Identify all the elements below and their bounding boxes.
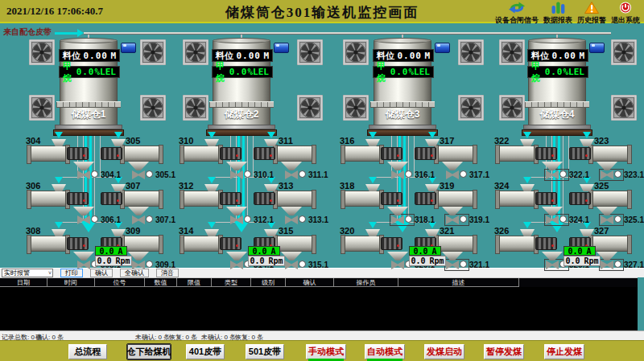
silo-name: 储煤仓1 <box>60 108 117 121</box>
alarm-column-header: 类型 <box>212 278 251 287</box>
mute-button[interactable]: 消音 <box>156 269 179 277</box>
feeder-motor <box>381 147 402 160</box>
screw-feeder[interactable] <box>275 191 315 207</box>
current-value: 0.0 <box>252 247 266 256</box>
current-unit: A <box>271 247 276 256</box>
alarm-filter-dropdown[interactable]: 实时报警 ˅ <box>2 269 53 277</box>
valve-indicator <box>244 170 251 178</box>
discharge-valve[interactable] <box>285 215 298 224</box>
screw-feeder[interactable] <box>275 236 315 252</box>
rpm-meter: 0.0Rpm <box>564 256 601 266</box>
screw-feeder[interactable] <box>590 191 630 207</box>
feeder-motor <box>415 147 436 160</box>
screw-feeder[interactable] <box>342 191 382 207</box>
nav-button-6[interactable]: 发煤启动 <box>424 344 464 359</box>
nav-button-1[interactable]: 仓下给煤机 <box>127 344 171 359</box>
discharge-valve[interactable] <box>285 170 298 179</box>
nav-button-8[interactable]: 停止发煤 <box>544 344 584 359</box>
discharge-valve[interactable] <box>230 170 243 179</box>
screw-feeder[interactable] <box>436 191 476 207</box>
feeder-number: 323 <box>594 136 609 146</box>
discharge-valve[interactable] <box>132 170 145 179</box>
screw-feeder[interactable] <box>436 146 476 162</box>
hmi-screen: 2021/12/16 17:06:40.7 储煤筒仓301输送机监控画面 设备合… <box>0 0 644 361</box>
exhaust-fan-icon <box>611 95 637 121</box>
alarm-table[interactable]: 日期时间位号数值限值类型级别确认操作员描述 <box>0 277 638 330</box>
header-button-3[interactable]: 退出系统 <box>611 1 640 26</box>
silo-flange-ring <box>525 101 589 108</box>
feeder-number: 312 <box>179 181 193 191</box>
feeder-number: 319 <box>440 181 454 191</box>
power-icon <box>619 1 632 14</box>
discharge-valve[interactable] <box>77 170 90 179</box>
valve-indicator <box>460 215 467 223</box>
discharge-valve[interactable] <box>132 215 145 224</box>
screw-feeder[interactable] <box>122 236 162 252</box>
valve-indicator <box>299 260 306 268</box>
discharge-funnel <box>281 162 302 170</box>
screw-feeder[interactable] <box>590 236 630 252</box>
feeder-motor <box>415 192 436 205</box>
silo-top-motor-icon <box>435 43 450 53</box>
methane-label: 甲烷 <box>63 60 76 84</box>
valve-indicator <box>146 215 153 223</box>
exhaust-fan-icon <box>297 95 323 121</box>
screw-feeder[interactable] <box>342 236 382 252</box>
feeder-number: 306 <box>26 181 40 191</box>
nav-button-2[interactable]: 401皮带 <box>186 344 225 359</box>
valve-label: 310.1 <box>254 170 274 179</box>
screw-feeder[interactable] <box>275 146 315 162</box>
distribution-belt <box>84 32 611 35</box>
screw-feeder[interactable] <box>590 146 630 162</box>
current-unit: A <box>587 247 592 256</box>
feeder-number: 322 <box>494 136 509 146</box>
nav-button-0[interactable]: 总流程 <box>68 344 107 359</box>
screw-feeder[interactable] <box>28 146 68 162</box>
methane-unit: %LEL <box>95 67 117 77</box>
discharge-valve[interactable] <box>446 170 459 179</box>
nav-button-5[interactable]: 自动模式 <box>365 344 405 359</box>
screw-feeder[interactable] <box>181 236 221 252</box>
discharge-funnel <box>128 207 149 215</box>
nav-button-3[interactable]: 501皮带 <box>246 344 284 359</box>
screw-feeder[interactable] <box>122 191 162 207</box>
screw-feeder[interactable] <box>28 236 68 252</box>
header-buttons: 设备合闸信号数据报表历史报警退出系统 <box>493 1 642 26</box>
print-button[interactable]: 打印 <box>60 269 83 277</box>
methane-value: 0.0 <box>545 67 564 77</box>
header-button-0[interactable]: 设备合闸信号 <box>495 1 539 26</box>
header-button-1[interactable]: 数据报表 <box>543 1 572 26</box>
silo-name: 储煤仓2 <box>213 108 270 121</box>
silo-top-ellipse <box>60 38 118 43</box>
exhaust-fan-icon <box>297 39 323 65</box>
discharge-manifold <box>206 129 277 136</box>
screw-feeder[interactable] <box>436 236 476 252</box>
discharge-funnel <box>387 252 408 260</box>
feeder-number: 311 <box>279 136 293 146</box>
ack-all-button[interactable]: 全确认 <box>120 269 149 277</box>
screw-feeder[interactable] <box>28 191 68 207</box>
screw-feeder[interactable] <box>181 191 221 207</box>
feeder-motor <box>220 147 242 160</box>
feeder-number: 309 <box>126 226 140 236</box>
discharge-valve[interactable] <box>391 170 404 179</box>
screw-feeder[interactable] <box>122 146 162 162</box>
scada-canvas: 来自配仓皮带 储煤仓1料位0.00M甲烷0.0%LEL304304.130530… <box>0 23 644 268</box>
rpm-meter: 0.0Rpm <box>95 256 132 266</box>
ack-button[interactable]: 确认 <box>90 269 113 277</box>
header-button-2[interactable]: 历史报警 <box>577 1 606 26</box>
valve-label: 323.1 <box>624 170 644 179</box>
feeder-number: 316 <box>340 136 354 146</box>
level-value: 0.00 <box>397 51 422 61</box>
feeder-number: 325 <box>594 181 609 191</box>
feeder-number: 327 <box>594 226 609 236</box>
screw-feeder[interactable] <box>497 236 537 252</box>
screw-feeder[interactable] <box>181 146 221 162</box>
alarm-table-header: 日期时间位号数值限值类型级别确认操作员描述 <box>0 278 638 287</box>
nav-button-4[interactable]: 手动模式 <box>306 344 346 359</box>
valve-label: 322.1 <box>569 170 589 179</box>
screw-feeder[interactable] <box>342 146 382 162</box>
screw-feeder[interactable] <box>497 191 537 207</box>
screw-feeder[interactable] <box>497 146 537 162</box>
nav-button-7[interactable]: 暂停发煤 <box>484 344 524 359</box>
